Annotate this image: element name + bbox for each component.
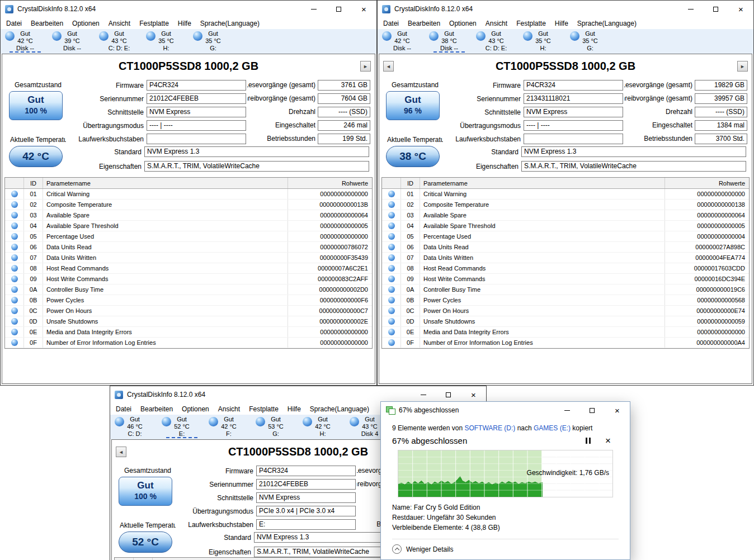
menu-item[interactable]: Sprache(Language) xyxy=(196,18,264,29)
disk-tab[interactable]: Gut 35 °C H: xyxy=(143,29,190,54)
temperature-button[interactable]: 42 °C xyxy=(9,146,63,167)
close-button[interactable]: × xyxy=(728,1,753,17)
menu-item[interactable]: Ansicht xyxy=(104,18,135,29)
close-button[interactable]: × xyxy=(351,1,376,17)
disk-tab[interactable]: Gut 53 °C G: xyxy=(252,415,299,439)
smart-row[interactable]: 08 Host Read Commands 00000017603CDD xyxy=(382,263,749,274)
smart-row[interactable]: 09 Host Write Commands 00000016DC394E xyxy=(382,274,749,284)
smart-row[interactable]: 0E Media and Data Integrity Errors 00000… xyxy=(382,327,749,338)
minimize-button[interactable] xyxy=(301,1,326,17)
menu-item[interactable]: Festplatte xyxy=(244,404,283,414)
previous-drive-button[interactable]: ◄ xyxy=(116,447,126,457)
disk-tab[interactable]: Gut 42 °C F: xyxy=(205,415,252,439)
titlebar[interactable]: CrystalDiskInfo 8.12.0 x64 × xyxy=(110,386,486,403)
info-field-row: Standard NVM Express 1.3 xyxy=(452,146,746,157)
temperature-button[interactable]: 38 °C xyxy=(386,146,440,167)
maximize-button[interactable] xyxy=(579,402,605,419)
smart-row[interactable]: 04 Available Spare Threshold 00000000000… xyxy=(382,221,749,231)
disk-tab[interactable]: Gut 42 °C Disk -- xyxy=(379,29,426,54)
minimize-button[interactable] xyxy=(411,386,436,403)
smart-row[interactable]: 0A Controller Busy Time 000000000019C6 xyxy=(382,284,749,295)
smart-row[interactable]: 01 Critical Warning 00000000000000 xyxy=(5,189,372,200)
menu-item[interactable]: Ansicht xyxy=(214,404,244,414)
menu-item[interactable]: Optionen xyxy=(445,18,481,29)
smart-row[interactable]: 0C Power On Hours 00000000000E74 xyxy=(382,306,749,316)
disk-tab[interactable]: Gut 42 °C Disk -- xyxy=(2,29,49,54)
smart-row[interactable]: 06 Data Units Read 000000027A898C xyxy=(382,242,749,253)
less-details-toggle[interactable]: Weniger Details xyxy=(392,539,619,559)
smart-row[interactable]: 07 Data Units Written 00000004FEA774 xyxy=(382,253,749,263)
smart-row[interactable]: 05 Percentage Used 00000000000004 xyxy=(382,231,749,242)
menu-item[interactable]: Ansicht xyxy=(481,18,512,29)
smart-row[interactable]: 08 Host Read Commands 00000007A6C2E1 xyxy=(5,263,372,274)
menu-item[interactable]: Datei xyxy=(379,18,403,29)
menu-item[interactable]: Datei xyxy=(111,404,136,414)
disk-tab[interactable]: Gut 43 °C C: D: E: xyxy=(96,29,143,54)
disk-tab[interactable]: Gut 42 °C H: xyxy=(299,415,346,439)
minimize-button[interactable] xyxy=(678,1,703,17)
menu-item[interactable]: Hilfe xyxy=(283,404,305,414)
close-button[interactable]: × xyxy=(461,386,486,403)
smart-row[interactable]: 03 Available Spare 00000000000064 xyxy=(5,210,372,221)
smart-row[interactable]: 05 Percentage Used 00000000000000 xyxy=(5,231,372,242)
menu-item[interactable]: Optionen xyxy=(177,404,214,414)
close-button[interactable]: × xyxy=(605,402,630,419)
titlebar[interactable]: CrystalDiskInfo 8.12.0 x64 × xyxy=(1,1,376,17)
health-status-button[interactable]: Gut 96 % xyxy=(386,91,440,120)
cancel-button[interactable]: × xyxy=(605,436,611,445)
smart-row[interactable]: 0F Number of Error Information Log Entri… xyxy=(382,338,749,348)
health-status-button[interactable]: Gut 100 % xyxy=(9,91,63,120)
maximize-button[interactable] xyxy=(436,386,461,403)
smart-row[interactable]: 0B Power Cycles 00000000000568 xyxy=(382,295,749,306)
disk-tab[interactable]: Gut 46 °C C: D: xyxy=(111,415,158,439)
menu-item[interactable]: Datei xyxy=(2,18,26,29)
smart-row[interactable]: 07 Data Units Written 00000000F35439 xyxy=(5,253,372,263)
smart-row[interactable]: 09 Host Write Commands 000000083C2AFF xyxy=(5,274,372,284)
smart-row[interactable]: 03 Available Spare 00000000000064 xyxy=(382,210,749,221)
titlebar[interactable]: CrystalDiskInfo 8.12.0 x64 × xyxy=(378,1,753,17)
smart-row[interactable]: 0D Unsafe Shutdowns 0000000000002E xyxy=(5,316,372,327)
menu-item[interactable]: Festplatte xyxy=(135,18,173,29)
smart-row[interactable]: 04 Available Spare Threshold 00000000000… xyxy=(5,221,372,231)
smart-row[interactable]: 0E Media and Data Integrity Errors 00000… xyxy=(5,327,372,338)
previous-drive-button[interactable]: ◄ xyxy=(383,61,394,72)
minimize-button[interactable] xyxy=(554,402,579,419)
menu-item[interactable]: Optionen xyxy=(68,18,104,29)
maximize-button[interactable] xyxy=(326,1,351,17)
disk-health-icon xyxy=(5,31,15,41)
health-status-button[interactable]: Gut 100 % xyxy=(119,477,172,506)
field-label: Drehzahl xyxy=(289,108,315,116)
disk-tab[interactable]: Gut 43 °C C: D: E: xyxy=(473,29,520,54)
disk-tab[interactable]: Gut 38 °C Disk -- xyxy=(426,29,473,54)
smart-row[interactable]: 06 Data Units Read 00000000786072 xyxy=(5,242,372,253)
smart-row[interactable]: 0D Unsafe Shutdowns 00000000000059 xyxy=(382,316,749,327)
menu-item[interactable]: Bearbeiten xyxy=(26,18,68,29)
menu-item[interactable]: Festplatte xyxy=(512,18,550,29)
info-field-row: Übertragungsmodus PCIe 3.0 x4 | PCIe 3.0… xyxy=(185,506,356,516)
menu-item[interactable]: Bearbeiten xyxy=(136,404,177,414)
smart-row[interactable]: 01 Critical Warning 00000000000000 xyxy=(382,189,749,200)
menu-item[interactable]: Sprache(Language) xyxy=(305,404,374,414)
disk-tab[interactable]: Gut 35 °C G: xyxy=(190,29,237,54)
temperature-button[interactable]: 52 °C xyxy=(119,531,172,553)
smart-row[interactable]: 0F Number of Error Information Log Entri… xyxy=(5,338,372,348)
smart-row[interactable]: 0B Power Cycles 000000000000F6 xyxy=(5,295,372,306)
smart-row[interactable]: 02 Composite Temperature 0000000000013B xyxy=(5,200,372,210)
disk-tab[interactable]: Gut 35 °C G: xyxy=(567,29,614,54)
maximize-button[interactable] xyxy=(703,1,728,17)
titlebar[interactable]: 67% abgeschlossen × xyxy=(381,402,630,419)
pause-button[interactable] xyxy=(586,438,591,444)
next-drive-button[interactable]: ► xyxy=(360,61,371,72)
smart-row[interactable]: 0A Controller Busy Time 000000000002D0 xyxy=(5,284,372,295)
next-drive-button[interactable]: ► xyxy=(737,61,748,72)
disk-tab[interactable]: Gut 39 °C Disk -- xyxy=(49,29,96,54)
menu-item[interactable]: Sprache(Language) xyxy=(573,18,641,29)
disk-tab[interactable]: Gut 35 °C H: xyxy=(520,29,567,54)
menu-item[interactable]: Bearbeiten xyxy=(403,18,445,29)
menu-item[interactable]: Hilfe xyxy=(550,18,573,29)
disk-tab[interactable]: Gut 52 °C E: xyxy=(158,415,205,439)
menu-item[interactable]: Hilfe xyxy=(173,18,196,29)
smart-header-id: ID xyxy=(134,558,153,560)
smart-row[interactable]: 0C Power On Hours 000000000000C7 xyxy=(5,306,372,316)
smart-row[interactable]: 02 Composite Temperature 00000000000138 xyxy=(382,200,749,210)
